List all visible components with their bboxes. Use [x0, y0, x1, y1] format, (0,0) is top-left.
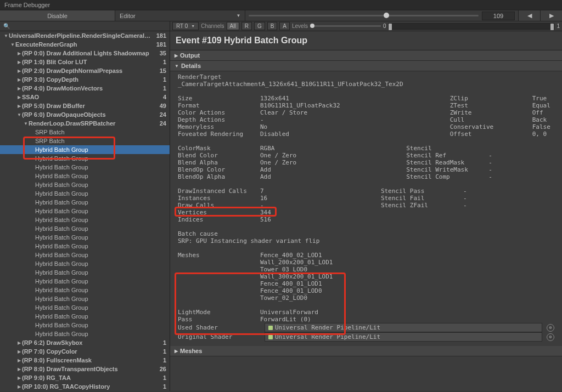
left-panel: 🔍 ▼UniversalRenderPipeline.RenderSingleC… [0, 21, 170, 391]
event-slider[interactable] [249, 12, 479, 20]
tree-row[interactable]: ▶(RP 5:0) Draw DBuffer49 [0, 101, 170, 110]
disable-button[interactable]: Disable [0, 10, 115, 21]
tree-row-label: Hybrid Batch Group [35, 225, 166, 232]
event-tree[interactable]: ▼UniversalRenderPipeline.RenderSingleCam… [0, 31, 170, 391]
tree-row-label: (RP 1:0) Blit Color LUT [22, 59, 161, 65]
tree-row[interactable]: Hybrid Batch Group [0, 242, 170, 251]
tree-row[interactable]: ▶(RP 4:0) DrawMotionVectors1 [0, 84, 170, 93]
tree-caret-icon: ▼ [10, 42, 15, 47]
levels-min-slider[interactable] [310, 23, 381, 30]
target-dropdown[interactable]: Editor ▼ [115, 10, 245, 21]
tree-row[interactable]: Hybrid Batch Group [0, 154, 170, 163]
tree-row[interactable]: Hybrid Batch Group [0, 198, 170, 207]
tree-row-label: Hybrid Batch Group [35, 278, 166, 285]
tree-caret-icon: ▶ [16, 51, 22, 56]
target-icon[interactable]: ⊙ [547, 333, 554, 341]
channel-r-button[interactable]: R [241, 22, 252, 30]
event-slider-wrap: 109 [245, 10, 518, 21]
tree-row[interactable]: ▶(RP 8:0) FullscreenMask1 [0, 356, 170, 365]
target-icon[interactable]: ⊙ [547, 324, 554, 332]
tree-caret-icon: ▶ [16, 95, 22, 100]
tree-row-label: Hybrid Batch Group [35, 331, 166, 337]
rt-dropdown[interactable]: RT 0 ▼ [172, 22, 199, 30]
tree-row[interactable]: ▶(RP 3:0) CopyDepth1 [0, 75, 170, 84]
tree-row[interactable]: SRP Batch [0, 137, 170, 145]
tree-row-label: (RP 4:0) DrawMotionVectors [22, 85, 161, 92]
tree-row[interactable]: Hybrid Batch Group [0, 294, 170, 303]
next-event-button[interactable]: ▶ [540, 10, 562, 21]
tree-row[interactable]: ▶(RP 7:0) CopyColor1 [0, 347, 170, 356]
tree-row-count: 1 [161, 85, 166, 92]
channel-g-button[interactable]: G [254, 22, 265, 30]
tree-row[interactable]: ▼RenderLoop.DrawSRPBatcher24 [0, 119, 170, 128]
tree-row[interactable]: ▼ExecuteRenderGraph181 [0, 40, 170, 49]
tree-row[interactable]: Hybrid Batch Group [0, 224, 170, 233]
meshes-section-header[interactable]: ▶ Meshes [170, 346, 562, 356]
tree-row[interactable]: Hybrid Batch Group [0, 233, 170, 242]
details-label: Details [181, 63, 201, 69]
tree-row[interactable]: SRP Batch [0, 128, 170, 137]
tree-row-label: Hybrid Batch Group [35, 260, 166, 267]
tree-row-count: 24 [158, 111, 166, 118]
tree-row[interactable]: ▶(RP 6:2) DrawSkybox1 [0, 338, 170, 347]
tree-row-label: Hybrid Batch Group [35, 208, 166, 214]
tree-row-label: UniversalRenderPipeline.RenderSingleCame… [9, 32, 154, 39]
tree-row-label: Hybrid Batch Group [35, 252, 166, 258]
details-body: RenderTarget_CameraTargetAttachmentA_132… [170, 71, 562, 346]
tree-row[interactable]: Hybrid Batch Group [0, 303, 170, 312]
tree-row[interactable]: Hybrid Batch Group [0, 189, 170, 198]
tree-row[interactable]: Hybrid Batch Group [0, 163, 170, 172]
tree-row[interactable]: ▶(RP 0:0) Draw Additional Lights Shadowm… [0, 49, 170, 58]
channel-a-button[interactable]: A [279, 22, 290, 30]
tree-row[interactable]: Hybrid Batch Group [0, 259, 170, 268]
tree-row-label: (RP 2:0) DrawDepthNormalPrepass [22, 67, 158, 74]
tree-row-count: 1 [161, 59, 166, 65]
tree-row[interactable]: ▶SSAO4 [0, 93, 170, 101]
tree-row[interactable]: ▶(RP 2:0) DrawDepthNormalPrepass15 [0, 66, 170, 75]
tree-row[interactable]: ▶(RP 8:0) DrawTransparentObjects26 [0, 365, 170, 373]
shader-field[interactable]: Universal Render Pipeline/Lit [265, 323, 542, 332]
tree-row[interactable]: Hybrid Batch Group [0, 321, 170, 329]
tree-row[interactable]: Hybrid Batch Group [0, 207, 170, 215]
main-toolbar: Disable Editor ▼ 109 ◀ ▶ [0, 10, 562, 21]
tree-row[interactable]: Hybrid Batch Group [0, 329, 170, 338]
tree-row-label: Hybrid Batch Group [35, 322, 166, 328]
details-section-header[interactable]: ▼ Details [170, 61, 562, 71]
levels-min-value: 0 [383, 23, 386, 29]
prev-event-button[interactable]: ◀ [518, 10, 540, 21]
tree-caret-icon: ▶ [16, 86, 22, 91]
levels-marker-max[interactable] [550, 24, 554, 30]
tree-row-label: Hybrid Batch Group [35, 234, 166, 241]
channel-all-button[interactable]: All [227, 22, 239, 30]
event-number[interactable]: 109 [482, 12, 515, 20]
chevron-down-icon: ▼ [191, 24, 195, 28]
search-bar[interactable]: 🔍 [0, 21, 170, 31]
output-section-header[interactable]: ▶ Output [170, 50, 562, 61]
levels-marker-min[interactable] [389, 24, 392, 30]
shader-field[interactable]: Universal Render Pipeline/Lit [265, 332, 542, 342]
tree-row[interactable]: Hybrid Batch Group [0, 312, 170, 321]
levels-bar[interactable] [388, 23, 554, 30]
tree-caret-icon: ▶ [16, 376, 22, 380]
tree-row[interactable]: ▶(RP 9:0) RG_TAA1 [0, 373, 170, 382]
window-title: Frame Debugger [0, 0, 562, 10]
tree-row-count: 35 [158, 50, 166, 56]
tree-row[interactable]: ▶(RP 10:0) RG_TAACopyHistory1 [0, 382, 170, 391]
tree-row[interactable]: ▼(RP 6:0) DrawOpaqueObjects24 [0, 110, 170, 119]
tree-row-count: 1 [161, 383, 166, 390]
tree-row[interactable]: Hybrid Batch Group [0, 251, 170, 259]
tree-row[interactable]: ▶(RP 1:0) Blit Color LUT1 [0, 58, 170, 66]
tree-row[interactable]: Hybrid Batch Group [0, 286, 170, 294]
tree-row-label: (RP 5:0) Draw DBuffer [22, 103, 158, 109]
tree-caret-icon: ▶ [16, 104, 22, 109]
tree-row[interactable]: Hybrid Batch Group [0, 277, 170, 286]
tree-row[interactable]: Hybrid Batch Group [0, 180, 170, 189]
tree-row[interactable]: Hybrid Batch Group [0, 215, 170, 224]
tree-row[interactable]: Hybrid Batch Group [0, 268, 170, 277]
tree-row-label: (RP 8:0) FullscreenMask [22, 357, 161, 363]
tree-row-label: (RP 10:0) RG_TAACopyHistory [22, 383, 161, 390]
channel-b-button[interactable]: B [267, 22, 278, 30]
tree-row[interactable]: Hybrid Batch Group [0, 172, 170, 180]
tree-row[interactable]: ▼UniversalRenderPipeline.RenderSingleCam… [0, 31, 170, 40]
tree-row[interactable]: Hybrid Batch Group [0, 145, 170, 154]
